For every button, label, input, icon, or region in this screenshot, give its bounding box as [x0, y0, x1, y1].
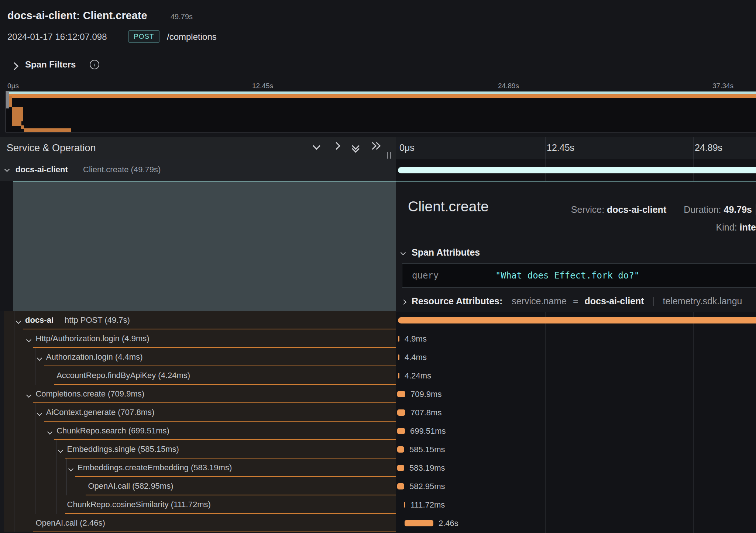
expand-all-button[interactable] [368, 143, 381, 154]
span-duration-bar[interactable] [398, 373, 399, 378]
minimap-span-block [9, 96, 12, 107]
chevron-down-icon[interactable] [27, 336, 31, 343]
divider [653, 297, 654, 306]
detail-service-value: docs-ai-client [607, 204, 666, 215]
span-operation: Http/Authorization.login (4.9ms) [35, 334, 149, 343]
resource-attributes-title: Resource Attributes: [412, 296, 502, 306]
span-duration-label: 699.51ms [410, 426, 446, 436]
span-row-root[interactable]: docs-ai-client Client.create (49.79s) [0, 159, 756, 181]
chevron-down-icon[interactable] [59, 447, 62, 454]
span-filters-label[interactable]: Span Filters [25, 59, 76, 70]
span-detail-region: Client.create Service: docs-ai-client Du… [0, 181, 756, 311]
span-service: docs-ai-client [16, 165, 68, 174]
span-duration-bar[interactable] [397, 446, 404, 453]
span-row[interactable]: OpenAI.call (2.46s)2.46s [0, 514, 756, 532]
timeline-tick-label: 24.89s [695, 142, 722, 153]
span-row[interactable]: Completions.create (709.9ms)709.9ms [0, 385, 756, 403]
span-duration-label: 582.95ms [409, 482, 445, 491]
span-duration-bar[interactable] [397, 409, 405, 416]
span-operation: http POST (49.7s) [65, 315, 130, 325]
chevron-down-icon[interactable] [48, 429, 52, 435]
span-duration-bar[interactable] [397, 465, 404, 471]
trace-header: docs-ai-client: Client.create 49.79s 202… [0, 0, 756, 50]
collapse-one-button[interactable] [310, 143, 323, 154]
chevron-down-icon[interactable] [69, 465, 73, 472]
span-row[interactable]: AiContext.generate (707.8ms)707.8ms [0, 403, 756, 422]
indent-guides [4, 458, 67, 477]
trace-title: docs-ai-client: Client.create [7, 10, 147, 22]
span-service: docs-ai [25, 315, 54, 325]
detail-kind-value: inte [740, 222, 756, 232]
span-duration-bar[interactable] [404, 502, 405, 508]
span-operation: Client.create (49.79s) [83, 165, 161, 174]
chevron-right-icon[interactable] [401, 300, 406, 305]
timeline-tick-label: 12.45s [547, 142, 574, 153]
span-row[interactable]: OpenAI.call (582.95ms)582.95ms [0, 477, 756, 495]
span-duration-label: 585.15ms [409, 445, 445, 454]
chevron-down-icon[interactable] [17, 318, 20, 325]
collapse-all-button[interactable] [349, 143, 362, 154]
span-row[interactable]: Embeddings.single (585.15ms)585.15ms [0, 440, 756, 458]
span-row[interactable]: docs-aihttp POST (49.7s) [0, 311, 756, 329]
span-operation: Embeddings.single (585.15ms) [67, 444, 179, 454]
span-row[interactable]: AccountRepo.findByApiKey (4.24ms)4.24ms [0, 366, 756, 385]
span-row[interactable]: ChunkRepo.search (699.51ms)699.51ms [0, 422, 756, 440]
indent-guides [4, 366, 46, 385]
span-duration-bar[interactable] [398, 336, 399, 342]
indent-guides [4, 329, 25, 348]
span-row[interactable]: Http/Authorization.login (4.9ms)4.9ms [0, 329, 756, 348]
trace-minimap: 0μs12.45s24.89s37.34s [0, 81, 756, 133]
span-detail-panel: Client.create Service: docs-ai-client Du… [396, 181, 756, 312]
minimap-span-block [24, 128, 71, 132]
chevron-down-icon[interactable] [38, 410, 41, 417]
chevron-right-icon[interactable] [11, 62, 18, 70]
chevron-down-icon[interactable] [401, 250, 406, 255]
span-filters-section[interactable]: Span Filters i [0, 50, 756, 81]
span-duration-label: 707.8ms [410, 408, 441, 418]
timeline-header: 0μs12.45s24.89s [396, 137, 756, 160]
trace-rows-viewport: docs-ai-client Client.create (49.79s) Cl… [0, 159, 756, 533]
chevron-down-icon[interactable] [4, 167, 10, 172]
chevron-down-icon[interactable] [27, 392, 31, 398]
span-duration-bar[interactable] [398, 354, 399, 360]
minimap-http-span-bar [6, 94, 756, 98]
span-duration-bar[interactable] [405, 520, 433, 526]
service-color-underline [33, 532, 396, 532]
root-span-duration-bar[interactable] [398, 167, 756, 173]
span-duration-label: 709.9ms [410, 390, 441, 399]
column-resize-grip[interactable] [387, 152, 392, 159]
span-duration-bar[interactable] [398, 317, 756, 323]
span-row[interactable]: Authorization.login (4.4ms)4.4ms [0, 348, 756, 366]
span-operation: Completions.create (709.9ms) [35, 389, 144, 399]
indent-guides [4, 385, 25, 403]
columns-header: Service & Operation 0μs12.45s24.89s [0, 137, 756, 159]
chevron-down-icon[interactable] [38, 355, 41, 361]
minimap-viewport-handle[interactable] [6, 91, 9, 108]
span-detail-left-panel [13, 181, 396, 312]
span-duration-bar[interactable] [397, 483, 404, 489]
info-icon[interactable]: i [90, 60, 99, 69]
span-attributes-title[interactable]: Span Attributes [412, 247, 480, 258]
indent-guides [4, 440, 56, 458]
resource-key: service.name [512, 296, 567, 306]
trace-path: /completions [167, 32, 217, 42]
resource-attributes-line[interactable]: Resource Attributes: service.name = docs… [412, 296, 756, 307]
span-duration-bar[interactable] [397, 391, 405, 397]
timeline-gridline [693, 137, 694, 159]
expand-one-button[interactable] [330, 143, 343, 154]
trace-duration: 49.79s [171, 13, 193, 21]
chevron-down-icon [312, 142, 320, 150]
span-row[interactable]: Embeddings.createEmbedding (583.19ms)583… [0, 458, 756, 477]
span-operation: Authorization.login (4.4ms) [46, 352, 143, 362]
indent-guides [4, 514, 25, 532]
span-row[interactable]: ChunkRepo.cosineSimilarity (111.72ms)111… [0, 495, 756, 514]
span-duration-label: 4.9ms [405, 334, 427, 344]
span-rows: docs-aihttp POST (49.7s)Http/Authorizati… [0, 311, 756, 533]
minimap-canvas[interactable] [6, 91, 756, 132]
span-duration-bar[interactable] [397, 428, 405, 434]
attribute-value: "What does Effect.fork do?" [495, 270, 639, 281]
trace-view-app: { "header": { "title": "docs-ai-client: … [0, 0, 756, 533]
resource-value: docs-ai-client [584, 296, 644, 306]
span-duration-label: 111.72ms [410, 500, 445, 510]
divider [675, 205, 675, 214]
